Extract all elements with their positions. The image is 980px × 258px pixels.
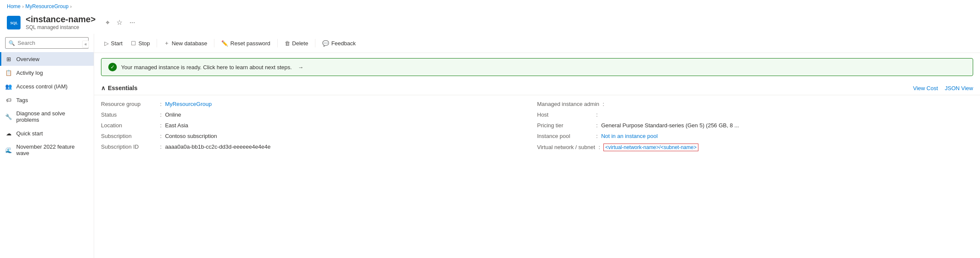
sidebar-item-diagnose[interactable]: 🔧Diagnose and solve problems [0,107,94,126]
sidebar-label-feature: November 2022 feature wave [16,144,89,156]
tags-icon: 🏷 [5,97,12,103]
search-input[interactable] [5,37,89,49]
prop-row: Instance pool:Not in an instance pool [537,131,973,141]
pin-button[interactable]: ⌖ [104,18,111,27]
reset-password-button[interactable]: ✏️ Reset password [218,38,273,49]
prop-separator: : [596,122,598,129]
new-database-icon: ＋ [164,39,169,47]
prop-row: Pricing tier:General Purpose Standard-se… [537,120,973,131]
prop-label: Subscription [101,133,157,139]
prop-value: Online [165,111,181,118]
prop-row: Resource group:MyResourceGroup [101,99,537,109]
sidebar-item-iam[interactable]: 👥Access control (IAM) [0,79,94,93]
collapse-sidebar-button[interactable]: « [82,41,89,48]
toolbar-sep4 [315,39,315,47]
prop-value: General Purpose Standard-series (Gen 5) … [601,122,739,129]
resource-name: <instance-name> [26,15,95,24]
properties-grid: Resource group:MyResourceGroupStatus:Onl… [94,95,980,157]
prop-value-link[interactable]: Not in an instance pool [601,133,658,139]
delete-button[interactable]: 🗑 Delete [281,38,312,49]
resource-title-block: <instance-name> SQL managed instance [26,15,95,30]
banner-check-icon: ✓ [108,63,117,71]
essentials-actions: View Cost JSON View [913,85,973,91]
prop-value: East Asia [165,122,188,129]
sidebar: 🔍 « ⊞Overview📋Activity log👥Access contro… [0,34,94,258]
toolbar: ▷ Start ☐ Stop ＋ New database ✏️ Reset p… [94,34,980,53]
sidebar-label-quickstart: Quick start [16,130,43,137]
prop-separator: : [160,101,162,107]
prop-label: Managed instance admin [537,101,599,107]
prop-value: Contoso subscription [165,133,217,139]
prop-row: Host: [537,109,973,120]
header-action-buttons: ⌖ ☆ ··· [104,18,137,27]
activity-icon: 📋 [5,69,12,76]
prop-separator: : [160,144,162,150]
overview-icon: ⊞ [5,56,12,62]
start-button[interactable]: ▷ Start [101,38,126,49]
view-cost-link[interactable]: View Cost [913,85,938,91]
prop-label: Subscription ID [101,144,157,150]
essentials-title-text: Essentials [108,85,137,91]
start-icon: ▷ [104,40,109,47]
essentials-title: ∧ Essentials [101,85,137,91]
resource-header: SQL <instance-name> SQL managed instance… [0,13,980,34]
json-view-link[interactable]: JSON View [945,85,973,91]
feedback-icon: 💬 [322,40,329,47]
prop-row: Managed instance admin: [537,99,973,109]
search-container: 🔍 « [5,37,89,49]
sidebar-item-activity[interactable]: 📋Activity log [0,66,94,79]
breadcrumb-resource-group[interactable]: MyResourceGroup [25,3,68,9]
prop-row: Subscription ID:aaaa0a0a-bb1b-cc2c-dd3d-… [101,141,537,152]
sidebar-label-overview: Overview [16,56,39,62]
sidebar-label-diagnose: Diagnose and solve problems [16,110,89,123]
stop-label: Stop [138,40,150,47]
new-database-button[interactable]: ＋ New database [160,37,211,49]
prop-label: Pricing tier [537,122,593,129]
breadcrumb-home[interactable]: Home [7,3,21,9]
breadcrumb-sep1: › [22,4,24,9]
feature-icon: 🌊 [5,147,12,153]
ready-banner[interactable]: ✓ Your managed instance is ready. Click … [101,58,973,76]
toolbar-sep3 [277,39,278,47]
properties-left: Resource group:MyResourceGroupStatus:Onl… [101,99,537,153]
sidebar-label-tags: Tags [16,97,28,103]
delete-icon: 🗑 [285,40,290,47]
properties-right: Managed instance admin:Host:Pricing tier… [537,99,973,153]
reset-password-icon: ✏️ [221,40,228,47]
feedback-button[interactable]: 💬 Feedback [319,38,359,49]
sidebar-item-quickstart[interactable]: ☁Quick start [0,126,94,140]
essentials-header: ∧ Essentials View Cost JSON View [94,81,980,95]
feedback-label: Feedback [331,40,356,47]
prop-separator: : [160,133,162,139]
diagnose-icon: 🔧 [5,113,12,120]
prop-label: Instance pool [537,133,593,139]
stop-button[interactable]: ☐ Stop [128,38,153,49]
breadcrumb-sep2: › [70,4,71,9]
stop-icon: ☐ [131,40,136,47]
banner-arrow-icon: → [298,64,303,70]
main-layout: 🔍 « ⊞Overview📋Activity log👥Access contro… [0,34,980,258]
favorite-button[interactable]: ☆ [115,18,124,27]
prop-value: aaaa0a0a-bb1b-cc2c-dd3d-eeeeee4e4e4e [165,144,271,150]
new-database-label: New database [172,40,207,47]
prop-value-highlighted[interactable]: <virtual-network-name>/<subnet-name> [603,144,698,151]
delete-label: Delete [292,40,309,47]
svg-text:SQL: SQL [10,21,18,25]
more-button[interactable]: ··· [128,18,137,27]
banner-message: Your managed instance is ready. Click he… [121,64,292,70]
start-label: Start [111,40,122,47]
prop-label: Status [101,111,157,118]
essentials-collapse-icon[interactable]: ∧ [101,85,105,91]
sidebar-item-feature[interactable]: 🌊November 2022 feature wave [0,140,94,160]
toolbar-sep2 [214,39,214,47]
search-icon: 🔍 [9,40,15,46]
prop-row: Subscription:Contoso subscription [101,131,537,141]
sidebar-item-overview[interactable]: ⊞Overview [0,52,94,66]
resource-icon: SQL [7,16,21,29]
prop-label: Location [101,122,157,129]
sidebar-item-tags[interactable]: 🏷Tags [0,93,94,107]
quickstart-icon: ☁ [5,130,12,137]
prop-separator: : [160,111,162,118]
prop-value-link[interactable]: MyResourceGroup [165,101,212,107]
prop-separator: : [596,111,598,118]
